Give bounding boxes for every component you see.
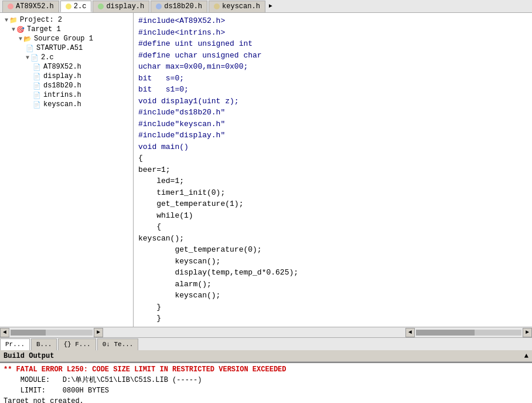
file-label-startup: STARTUP.A51 <box>36 44 83 52</box>
scroll-track[interactable] <box>11 330 93 336</box>
code-line: { <box>138 221 527 233</box>
file-icon-startup: 📄 <box>26 45 34 52</box>
tab-ds18b20[interactable]: ds18b20.h <box>151 1 207 12</box>
tab-dot-keyscan <box>214 4 220 9</box>
tab-label-at89x52: AT89X52.h <box>16 2 54 11</box>
file-icon-ds18b20: 📄 <box>33 82 41 90</box>
bottom-tab-temp[interactable]: 0↓ Te... <box>97 338 139 350</box>
project-icon: 📁 <box>9 16 18 24</box>
code-line: #include<intrins.h> <box>138 27 527 39</box>
code-line: } <box>138 313 527 324</box>
source-group-label: Source Group 1 <box>34 35 93 43</box>
code-line: led=1; <box>138 175 527 187</box>
file-label-intrins: intrins.h <box>43 91 81 99</box>
code-line: bit s=0; <box>138 73 527 84</box>
tree-project[interactable]: ▼ 📁 Project: 2 <box>0 15 133 25</box>
code-line: while(1) <box>138 210 527 222</box>
tab-2c[interactable]: 2.c <box>60 1 92 12</box>
main-layout: ▼ 📁 Project: 2 ▼ 🎯 Target 1 ▼ 📂 Source G… <box>0 13 532 327</box>
output-line: LIMIT: 0800H BYTES <box>4 385 528 396</box>
tab-display-h[interactable]: display.h <box>93 1 149 12</box>
code-line: keyscan(); <box>138 290 527 302</box>
file-icon-at89x52: 📄 <box>33 63 41 71</box>
file-label-at89x52: AT89X52.h <box>43 63 81 71</box>
file-label-display-h: display.h <box>43 72 81 80</box>
code-line: uchar max=0x00,min=0x00; <box>138 61 527 73</box>
code-line: } <box>138 302 527 313</box>
output-section: Build Output ▲ ** FATAL ERROR L250: CODE… <box>0 350 532 403</box>
file-label-ds18b20: ds18b20.h <box>43 82 81 90</box>
code-line: #include"ds18b20.h" <box>138 107 527 118</box>
tab-at89x52[interactable]: AT89X52.h <box>2 1 59 12</box>
expand-target: ▼ <box>12 26 15 33</box>
file-label-keyscan: keyscan.h <box>43 100 81 109</box>
tree-file-display-h[interactable]: 📄 display.h <box>0 72 133 81</box>
file-tree-panel: ▼ 📁 Project: 2 ▼ 🎯 Target 1 ▼ 📂 Source G… <box>0 13 134 327</box>
tab-dot-at89x52 <box>8 4 13 9</box>
output-line: Target not created. <box>4 396 528 403</box>
project-label: Project: 2 <box>20 16 62 24</box>
scroll-left-btn[interactable]: ◄ <box>0 328 9 337</box>
tab-scroll-arrow[interactable]: ► <box>269 3 272 9</box>
source-group-icon: 📂 <box>23 35 32 43</box>
horizontal-scrollbar[interactable]: ◄ ► ◄ ► <box>0 327 532 337</box>
code-scroll-track[interactable] <box>416 330 521 336</box>
bottom-tab-project-label: Pr... <box>5 341 25 348</box>
tab-dot-2c <box>66 4 71 9</box>
tree-file-2c[interactable]: ▼ 📄 2.c <box>0 53 133 62</box>
tree-source-group[interactable]: ▼ 📂 Source Group 1 <box>0 34 133 43</box>
code-line: timer1_init(0); <box>138 187 527 199</box>
expand-source-group: ▼ <box>19 36 22 42</box>
file-icon-display-h: 📄 <box>33 73 41 80</box>
code-line: #include"display.h" <box>138 130 527 141</box>
code-line: { <box>138 153 527 164</box>
bottom-tab-bar: Pr... B... {} F... 0↓ Te... <box>0 337 532 350</box>
file-label-2c: 2.c <box>41 53 54 62</box>
output-panel: ** FATAL ERROR L250: CODE SIZE LIMIT IN … <box>0 362 532 403</box>
tree-file-at89x52[interactable]: 📄 AT89X52.h <box>0 62 133 72</box>
file-icon-intrins: 📄 <box>33 92 41 99</box>
output-header-label: Build Output <box>4 352 54 360</box>
code-line: keyscan(); <box>138 256 527 267</box>
code-line: void display1(uint z); <box>138 96 527 107</box>
target-label: Target 1 <box>27 25 61 33</box>
output-resize-icon[interactable]: ▲ <box>524 352 528 360</box>
code-line: #define uchar unsigned char <box>138 50 527 62</box>
output-line: ** FATAL ERROR L250: CODE SIZE LIMIT IN … <box>4 364 528 375</box>
code-line: keyscan(); <box>138 233 527 245</box>
tab-keyscan[interactable]: keyscan.h <box>209 1 265 12</box>
output-line: MODULE: D:\单片机\C51\LIB\C51S.LIB (-----) <box>4 375 528 385</box>
bottom-tab-func[interactable]: {} F... <box>58 338 96 350</box>
bottom-tab-book[interactable]: B... <box>31 338 57 350</box>
tab-label-keyscan: keyscan.h <box>222 2 260 11</box>
code-scroll-right-btn[interactable]: ► <box>523 328 532 337</box>
code-editor[interactable]: #include<AT89X52.h>#include<intrins.h>#d… <box>134 13 532 327</box>
file-icon-2c: 📄 <box>30 54 39 62</box>
tabs-bar: AT89X52.h 2.c display.h ds18b20.h keysca… <box>0 0 532 13</box>
bottom-tab-temp-label: 0↓ Te... <box>103 341 134 348</box>
code-line: beer=1; <box>138 164 527 176</box>
scroll-thumb <box>11 330 46 336</box>
bottom-tab-func-label: {} F... <box>63 341 90 348</box>
tree-file-keyscan[interactable]: 📄 keyscan.h <box>0 100 133 109</box>
code-line: get_temperature(0); <box>138 244 527 256</box>
expand-2c: ▼ <box>26 55 29 61</box>
tab-label-display: display.h <box>106 2 144 11</box>
tab-label-ds18b20: ds18b20.h <box>164 2 202 11</box>
tree-file-startup[interactable]: 📄 STARTUP.A51 <box>0 43 133 53</box>
code-line: alarm(); <box>138 279 527 290</box>
tab-dot-ds18b20 <box>156 4 162 9</box>
output-header: Build Output ▲ <box>0 350 532 362</box>
scroll-right-btn[interactable]: ► <box>94 328 103 337</box>
tree-file-ds18b20[interactable]: 📄 ds18b20.h <box>0 81 133 90</box>
code-line: get_temperature(1); <box>138 198 527 210</box>
tree-file-intrins[interactable]: 📄 intrins.h <box>0 90 133 100</box>
code-line: void main() <box>138 141 527 153</box>
bottom-tab-project[interactable]: Pr... <box>0 338 30 350</box>
target-icon: 🎯 <box>16 26 25 33</box>
tree-target[interactable]: ▼ 🎯 Target 1 <box>0 25 133 34</box>
file-icon-keyscan: 📄 <box>33 101 41 109</box>
code-scroll-left-btn[interactable]: ◄ <box>405 328 415 337</box>
tab-label-2c: 2.c <box>74 2 87 11</box>
code-line: bit s1=0; <box>138 84 527 96</box>
